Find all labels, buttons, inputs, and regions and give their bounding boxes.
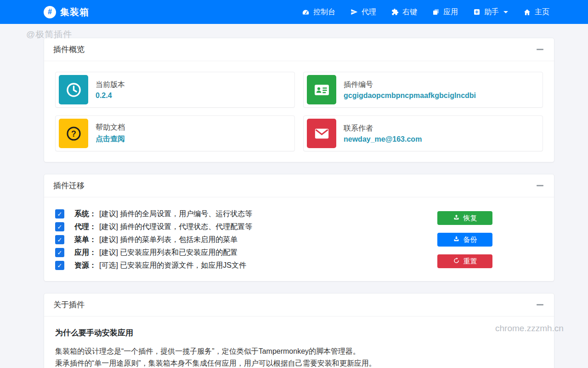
menu-checkbox[interactable] [55,235,64,244]
collapse-icon[interactable] [535,46,545,53]
window-icon [432,8,440,16]
card-extension-id: 插件编号 gcgigdaopcmbpncpmaafkgbciglncdbi [303,72,543,108]
upload-icon [453,214,460,222]
panel-migration: 插件迁移 系统： [建议] 插件的全局设置，用户编号、运行状态等 代理： [建议… [44,174,554,282]
download-icon [453,236,460,244]
panel-overview: 插件概览 当前版本 0.2.4 插件编号 gcgigdaopcmbpn [44,38,554,162]
card-label: 插件编号 [344,80,476,90]
migration-buttons: 恢复 备份 重置 [437,211,492,268]
version-value: 0.2.4 [96,92,125,100]
brand[interactable]: # 集装箱 [44,6,89,18]
plus-square-icon [473,8,481,16]
extension-id-value: gcgigdaopcmbpncpmaafkgbciglncdbi [344,92,476,100]
panel-about: 关于插件 为什么要手动安装应用 集装箱的设计理念是“一个插件，提供一揽子服务”，… [44,293,554,368]
envelope-icon [307,119,336,148]
card-label: 联系作者 [344,124,422,133]
navbar: # 集装箱 控制台 代理 右键 应用 [0,0,588,24]
nav-item-apps[interactable]: 应用 [432,7,458,17]
clock-icon [59,75,88,104]
panel-migration-header: 插件迁移 [44,174,554,197]
hashtag-icon: # [44,6,56,18]
panel-title: 插件概览 [53,44,85,55]
resources-checkbox[interactable] [55,261,64,270]
migration-body: 系统： [建议] 插件的全局设置，用户编号、运行状态等 代理： [建议] 插件的… [44,197,554,281]
nav-item-console[interactable]: 控制台 [302,7,335,17]
author-email-link[interactable]: newday_me@163.com [344,135,422,144]
system-checkbox[interactable] [55,209,64,218]
about-paragraph: 集装箱的设计理念是“一个插件，提供一揽子服务”，定位类似于Tampermonke… [55,345,543,357]
nav-menu: 控制台 代理 右键 应用 助手 [302,7,549,17]
about-paragraph: 秉承插件的“单一用途原则”，集装箱本身不集成任何应用，用户可以根据自己需要安装和… [55,357,543,368]
card-help-doc: ? 帮助文档 点击查阅 [55,115,295,151]
reset-button[interactable]: 重置 [437,254,492,268]
recycle-icon [453,257,460,265]
restore-button[interactable]: 恢复 [437,211,492,225]
about-body: 为什么要手动安装应用 集装箱的设计理念是“一个插件，提供一揽子服务”，定位类似于… [44,316,554,368]
puzzle-icon [391,8,399,16]
backup-button[interactable]: 备份 [437,233,492,247]
caret-down-icon [503,11,508,13]
proxy-checkbox[interactable] [55,222,64,231]
apps-checkbox[interactable] [55,248,64,257]
about-heading: 为什么要手动安装应用 [55,328,543,338]
question-circle-icon: ? [59,119,88,148]
id-card-icon [307,75,336,104]
nav-item-assistant[interactable]: 助手 [473,7,508,17]
nav-item-context-menu[interactable]: 右键 [391,7,417,17]
panel-overview-header: 插件概览 [44,38,554,61]
svg-text:?: ? [71,129,76,138]
panel-title: 关于插件 [53,299,85,310]
brand-title: 集装箱 [60,6,89,18]
panel-about-header: 关于插件 [44,293,554,316]
paper-plane-icon [351,8,358,16]
nav-item-home[interactable]: 主页 [523,7,549,17]
main-content: 插件概览 当前版本 0.2.4 插件编号 gcgigdaopcmbpn [44,38,554,368]
home-icon [523,8,531,16]
collapse-icon[interactable] [535,182,545,190]
panel-title: 插件迁移 [53,180,85,191]
card-version: 当前版本 0.2.4 [55,72,295,108]
collapse-icon[interactable] [535,301,545,309]
overview-cards: 当前版本 0.2.4 插件编号 gcgigdaopcmbpncpmaafkgbc… [44,61,554,162]
card-label: 当前版本 [96,80,125,90]
dashboard-icon [302,8,310,16]
help-doc-link[interactable]: 点击查阅 [96,134,125,144]
card-contact-author: 联系作者 newday_me@163.com [303,115,543,151]
card-label: 帮助文档 [96,123,125,132]
nav-item-proxy[interactable]: 代理 [351,7,376,17]
